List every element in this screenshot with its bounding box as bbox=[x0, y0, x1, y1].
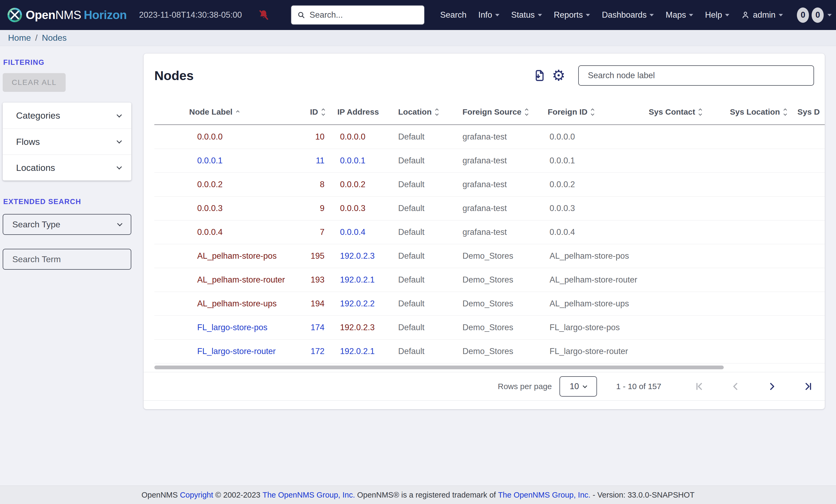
nav-menu-item[interactable]: Help bbox=[705, 10, 729, 20]
global-search-input[interactable] bbox=[309, 10, 418, 20]
chevron-down-icon bbox=[117, 112, 122, 118]
column-header[interactable]: IP Address bbox=[327, 108, 387, 116]
node-id-link[interactable]: 10 bbox=[316, 132, 324, 141]
node-label-link[interactable]: 0.0.0.4 bbox=[197, 227, 223, 237]
table-settings-gear-icon[interactable]: ⚙ bbox=[552, 68, 565, 83]
column-header[interactable]: Location bbox=[387, 108, 452, 116]
notification-count-badge[interactable]: 0 bbox=[812, 7, 824, 23]
column-header[interactable]: Sys Contact bbox=[643, 108, 721, 116]
first-page-button[interactable] bbox=[694, 381, 704, 391]
node-label-link[interactable]: 0.0.0.0 bbox=[197, 132, 223, 141]
foreign-source-cell: grafana-test bbox=[452, 203, 539, 213]
opennms-logo-icon bbox=[7, 8, 22, 22]
export-download-button[interactable] bbox=[533, 69, 547, 82]
table-header-row: Node Label ID IP Address bbox=[154, 100, 825, 125]
sort-icon bbox=[699, 109, 702, 115]
nav-menu-item[interactable]: Status bbox=[511, 10, 542, 20]
search-type-select[interactable]: Search Type bbox=[3, 214, 131, 235]
node-ip-link[interactable]: 192.0.2.3 bbox=[340, 323, 375, 332]
node-label-link[interactable]: 0.0.0.1 bbox=[197, 156, 223, 165]
sort-icon bbox=[436, 109, 438, 115]
sort-ascending-icon bbox=[236, 111, 239, 113]
footer: OpenNMS Copyright © 2002-2023 The OpenNM… bbox=[0, 486, 836, 504]
node-id-link[interactable]: 194 bbox=[310, 299, 324, 308]
node-ip-link[interactable]: 192.0.2.2 bbox=[340, 299, 375, 308]
user-menu[interactable]: admin bbox=[741, 10, 783, 20]
footer-segment[interactable]: The OpenNMS Group, Inc. bbox=[498, 491, 591, 500]
location-cell: Default bbox=[387, 275, 452, 285]
last-page-button[interactable] bbox=[803, 381, 814, 391]
horizontal-scrollbar-thumb[interactable] bbox=[154, 366, 724, 369]
extended-search-heading: EXTENDED SEARCH bbox=[3, 198, 131, 206]
node-ip-link[interactable]: 192.0.2.1 bbox=[340, 275, 375, 285]
node-label-link[interactable]: 0.0.0.3 bbox=[197, 203, 223, 213]
search-term-input[interactable] bbox=[3, 249, 131, 269]
node-label-search-input[interactable] bbox=[578, 65, 814, 86]
foreign-id-cell: FL_largo-store-pos bbox=[539, 323, 643, 332]
node-id-link[interactable]: 193 bbox=[310, 275, 324, 285]
notifications-muted-bell-icon[interactable] bbox=[258, 9, 270, 21]
next-page-button[interactable] bbox=[767, 381, 777, 391]
foreign-id-cell: 0.0.0.0 bbox=[539, 132, 643, 142]
node-label-link[interactable]: AL_pelham-store-router bbox=[197, 275, 285, 285]
location-cell: Default bbox=[387, 132, 452, 142]
column-header[interactable]: Foreign ID bbox=[539, 108, 643, 116]
chevron-down-icon bbox=[725, 14, 729, 16]
nodes-card: Nodes ⚙ Node Label bbox=[144, 54, 825, 409]
node-id-link[interactable]: 172 bbox=[310, 347, 324, 356]
nav-menu-item[interactable]: Dashboards bbox=[602, 10, 654, 20]
accordion-section[interactable]: Locations bbox=[3, 155, 131, 180]
node-ip-link[interactable]: 0.0.0.2 bbox=[340, 180, 365, 189]
clear-all-button[interactable]: CLEAR ALL bbox=[3, 73, 65, 92]
node-id-link[interactable]: 9 bbox=[320, 203, 324, 213]
alarm-notification-badges[interactable]: 0 0 bbox=[797, 7, 824, 23]
breadcrumb-home-link[interactable]: Home bbox=[8, 33, 31, 43]
page-size-select[interactable]: 10 bbox=[559, 376, 597, 396]
accordion-section[interactable]: Categories bbox=[3, 102, 131, 129]
pagination-range: 1 - 10 of 157 bbox=[616, 382, 661, 391]
node-id-link[interactable]: 7 bbox=[320, 227, 324, 237]
node-label-link[interactable]: AL_pelham-store-pos bbox=[197, 251, 277, 260]
nav-menu-item[interactable]: Info bbox=[478, 10, 499, 20]
foreign-source-cell: grafana-test bbox=[452, 227, 539, 237]
filter-accordion: Categories Flows Locations bbox=[3, 102, 131, 180]
node-label-link[interactable]: FL_largo-store-router bbox=[197, 347, 276, 356]
node-ip-link[interactable]: 0.0.0.4 bbox=[340, 227, 365, 237]
node-label-link[interactable]: FL_largo-store-pos bbox=[197, 323, 267, 332]
node-ip-link[interactable]: 0.0.0.0 bbox=[340, 132, 365, 141]
footer-segment[interactable]: The OpenNMS Group, Inc. bbox=[263, 491, 355, 500]
badges-chevron-down-icon[interactable] bbox=[828, 14, 832, 16]
foreign-source-cell: Demo_Stores bbox=[452, 275, 539, 285]
node-ip-link[interactable]: 192.0.2.1 bbox=[340, 347, 375, 356]
node-id-link[interactable]: 11 bbox=[316, 156, 324, 165]
accordion-section[interactable]: Flows bbox=[3, 129, 131, 155]
table-row: 0.0.0.4 7 0.0.0.4 Default grafana-test 0… bbox=[154, 220, 825, 244]
node-id-link[interactable]: 195 bbox=[310, 251, 324, 260]
footer-segment[interactable]: Copyright bbox=[180, 491, 213, 500]
column-header[interactable]: Node Label bbox=[189, 108, 288, 116]
table-row: AL_pelham-store-ups 194 192.0.2.2 Defaul… bbox=[154, 292, 825, 316]
table-row: 0.0.0.1 11 0.0.0.1 Default grafana-test … bbox=[154, 149, 825, 173]
column-header[interactable]: Sys Location bbox=[721, 108, 797, 116]
sort-icon bbox=[322, 109, 324, 115]
previous-page-button[interactable] bbox=[730, 381, 741, 391]
node-id-link[interactable]: 174 bbox=[310, 323, 324, 332]
node-id-link[interactable]: 8 bbox=[320, 180, 324, 189]
chevron-down-icon bbox=[649, 14, 654, 16]
node-label-link[interactable]: AL_pelham-store-ups bbox=[197, 299, 277, 308]
foreign-id-cell: 0.0.0.1 bbox=[539, 156, 643, 166]
nav-menu-item[interactable]: Maps bbox=[666, 10, 693, 20]
node-ip-link[interactable]: 0.0.0.3 bbox=[340, 203, 365, 213]
column-header[interactable]: Foreign Source bbox=[452, 108, 539, 116]
nav-menu-item[interactable]: Search bbox=[440, 10, 467, 20]
node-label-link[interactable]: 0.0.0.2 bbox=[197, 180, 223, 189]
notification-count-badge[interactable]: 0 bbox=[797, 7, 809, 23]
node-ip-link[interactable]: 0.0.0.1 bbox=[340, 156, 365, 165]
column-header[interactable]: Sys D bbox=[797, 108, 825, 116]
nav-menu-item[interactable]: Reports bbox=[554, 10, 590, 20]
node-ip-link[interactable]: 192.0.2.3 bbox=[340, 251, 375, 260]
brand[interactable]: OpenNMSHorizon bbox=[7, 8, 127, 22]
breadcrumb-current-link[interactable]: Nodes bbox=[42, 33, 67, 43]
column-header[interactable]: ID bbox=[288, 108, 327, 116]
foreign-id-cell: 0.0.0.2 bbox=[539, 180, 643, 189]
